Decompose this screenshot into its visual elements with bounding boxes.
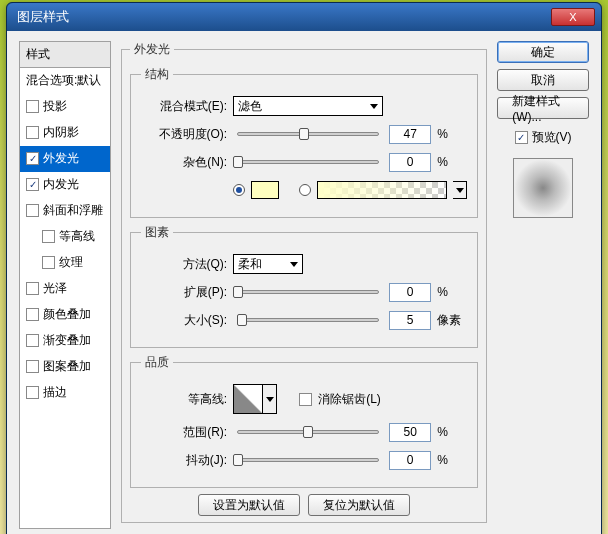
style-item[interactable]: 纹理 [20, 250, 110, 276]
spread-input[interactable]: 0 [389, 283, 431, 302]
set-default-button[interactable]: 设置为默认值 [198, 494, 300, 516]
preview-checkbox[interactable] [515, 131, 528, 144]
range-unit: % [437, 425, 467, 439]
blend-mode-dropdown[interactable]: 滤色 [233, 96, 383, 116]
contour-label: 等高线: [141, 391, 227, 408]
preview-row: 预览(V) [515, 129, 572, 146]
style-item-checkbox[interactable] [26, 100, 39, 113]
style-item[interactable]: 图案叠加 [20, 354, 110, 380]
elements-group: 图素 方法(Q): 柔和 扩展(P): 0 % [130, 224, 478, 348]
range-input[interactable]: 50 [389, 423, 431, 442]
reset-default-button[interactable]: 复位为默认值 [308, 494, 410, 516]
noise-slider[interactable] [237, 160, 379, 164]
contour-row: 等高线: 消除锯齿(L) [141, 383, 467, 415]
solid-color-radio[interactable] [233, 184, 245, 196]
chevron-down-icon [290, 262, 298, 267]
close-icon: X [569, 11, 576, 23]
opacity-slider[interactable] [237, 132, 379, 136]
window-title: 图层样式 [17, 8, 551, 26]
style-item[interactable]: 内发光 [20, 172, 110, 198]
jitter-slider[interactable] [237, 458, 379, 462]
opacity-label: 不透明度(O): [141, 126, 227, 143]
method-dropdown[interactable]: 柔和 [233, 254, 303, 274]
dialog-window: 图层样式 X 样式 混合选项:默认 投影内阴影外发光内发光斜面和浮雕等高线纹理光… [6, 2, 602, 534]
opacity-row: 不透明度(O): 47 % [141, 123, 467, 145]
new-style-button[interactable]: 新建样式(W)... [497, 97, 589, 119]
style-item[interactable]: 等高线 [20, 224, 110, 250]
style-item-checkbox[interactable] [26, 152, 39, 165]
jitter-input[interactable]: 0 [389, 451, 431, 470]
blend-options-row[interactable]: 混合选项:默认 [20, 68, 110, 94]
noise-label: 杂色(N): [141, 154, 227, 171]
style-item-label: 投影 [43, 98, 67, 115]
style-item-checkbox[interactable] [26, 334, 39, 347]
spread-row: 扩展(P): 0 % [141, 281, 467, 303]
blend-mode-label: 混合模式(E): [141, 98, 227, 115]
style-item-checkbox[interactable] [26, 126, 39, 139]
noise-input[interactable]: 0 [389, 153, 431, 172]
jitter-label: 抖动(J): [141, 452, 227, 469]
glow-color-swatch[interactable] [251, 181, 279, 199]
style-item-checkbox[interactable] [42, 256, 55, 269]
structure-group: 结构 混合模式(E): 滤色 不透明度(O): 47 % [130, 66, 478, 218]
size-input[interactable]: 5 [389, 311, 431, 330]
antialias-checkbox[interactable] [299, 393, 312, 406]
size-unit: 像素 [437, 312, 467, 329]
style-item[interactable]: 光泽 [20, 276, 110, 302]
styles-header: 样式 [20, 42, 110, 68]
size-row: 大小(S): 5 像素 [141, 309, 467, 331]
antialias-label: 消除锯齿(L) [318, 391, 381, 408]
style-item-checkbox[interactable] [26, 204, 39, 217]
style-item[interactable]: 渐变叠加 [20, 328, 110, 354]
contour-dropdown-button[interactable] [263, 384, 277, 414]
spread-slider[interactable] [237, 290, 379, 294]
range-slider[interactable] [237, 430, 379, 434]
jitter-row: 抖动(J): 0 % [141, 449, 467, 471]
style-item[interactable]: 外发光 [20, 146, 110, 172]
spread-unit: % [437, 285, 467, 299]
style-item[interactable]: 描边 [20, 380, 110, 406]
effect-group: 外发光 结构 混合模式(E): 滤色 不透明度(O): 47 [121, 41, 487, 523]
glow-gradient-swatch[interactable] [317, 181, 447, 199]
noise-row: 杂色(N): 0 % [141, 151, 467, 173]
blend-mode-value: 滤色 [238, 98, 262, 115]
style-item[interactable]: 投影 [20, 94, 110, 120]
center-panel: 外发光 结构 混合模式(E): 滤色 不透明度(O): 47 [121, 41, 487, 529]
close-button[interactable]: X [551, 8, 595, 26]
style-item-label: 内阴影 [43, 124, 79, 141]
ok-button[interactable]: 确定 [497, 41, 589, 63]
range-row: 范围(R): 50 % [141, 421, 467, 443]
quality-group: 品质 等高线: 消除锯齿(L) 范围(R): [130, 354, 478, 488]
spread-label: 扩展(P): [141, 284, 227, 301]
titlebar[interactable]: 图层样式 X [7, 3, 601, 31]
method-value: 柔和 [238, 256, 262, 273]
contour-picker[interactable] [233, 384, 263, 414]
range-label: 范围(R): [141, 424, 227, 441]
style-item-checkbox[interactable] [26, 386, 39, 399]
style-item-label: 纹理 [59, 254, 83, 271]
method-row: 方法(Q): 柔和 [141, 253, 467, 275]
size-slider[interactable] [237, 318, 379, 322]
style-item[interactable]: 斜面和浮雕 [20, 198, 110, 224]
noise-unit: % [437, 155, 467, 169]
style-item[interactable]: 内阴影 [20, 120, 110, 146]
style-item-checkbox[interactable] [26, 282, 39, 295]
chevron-down-icon [456, 188, 464, 193]
dialog-body: 样式 混合选项:默认 投影内阴影外发光内发光斜面和浮雕等高线纹理光泽颜色叠加渐变… [7, 31, 601, 534]
gradient-radio[interactable] [299, 184, 311, 196]
blend-options-label: 混合选项:默认 [26, 72, 101, 89]
style-item-checkbox[interactable] [26, 178, 39, 191]
blend-mode-row: 混合模式(E): 滤色 [141, 95, 467, 117]
structure-legend: 结构 [141, 66, 173, 83]
preview-thumbnail [513, 158, 573, 218]
style-item-checkbox[interactable] [26, 308, 39, 321]
cancel-button[interactable]: 取消 [497, 69, 589, 91]
elements-legend: 图素 [141, 224, 173, 241]
preview-label: 预览(V) [532, 129, 572, 146]
gradient-dropdown-button[interactable] [453, 181, 467, 199]
opacity-input[interactable]: 47 [389, 125, 431, 144]
style-item-checkbox[interactable] [42, 230, 55, 243]
style-item-checkbox[interactable] [26, 360, 39, 373]
style-item[interactable]: 颜色叠加 [20, 302, 110, 328]
opacity-unit: % [437, 127, 467, 141]
